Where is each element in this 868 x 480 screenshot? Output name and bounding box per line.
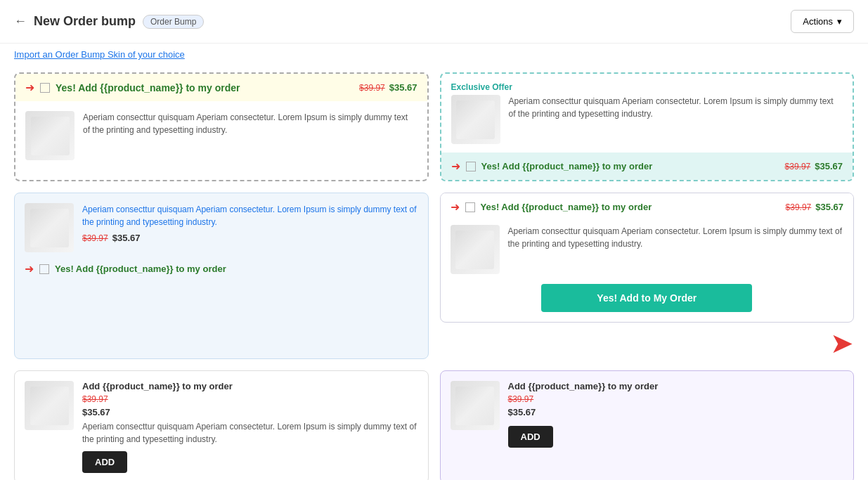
card-plain-left-desc: Aperiam consecttur quisquam Aperiam cons… xyxy=(82,420,418,446)
page-title: New Order bump xyxy=(34,14,136,29)
card-teal-price-new: $35.67 xyxy=(815,161,843,171)
header-left: ← New Order bump Order Bump xyxy=(14,14,204,29)
add-checkbox-2[interactable] xyxy=(466,162,476,171)
cards-grid: ➜ Yes! Add {{product_name}} to my order … xyxy=(0,65,868,480)
card-yellow-price-new: $35.67 xyxy=(389,82,417,93)
card-purple: Add {{product_name}} to my order $39.97 … xyxy=(440,370,855,480)
card-yellow-header-left: ➜ Yes! Add {{product_name}} to my order xyxy=(25,81,240,94)
card-blue-link-text: Aperiam xyxy=(195,205,227,214)
card-teal-desc: Aperiam consecttur quisquam Aperiam cons… xyxy=(509,95,843,144)
card-plain-left-price-new: $35.67 xyxy=(82,407,418,417)
import-link-row: Import an Order Bump Skin of your choice xyxy=(0,44,868,65)
add-button-right[interactable]: ADD xyxy=(508,426,553,448)
card-teal-inner: Exclusive Offer Aperiam consecttur quisq… xyxy=(441,74,853,153)
product-image-6 xyxy=(451,381,500,430)
card-white-price-old: $39.97 xyxy=(786,202,812,212)
card-plain-left-price-old: $39.97 xyxy=(82,394,108,404)
card-plain-left-prices: $39.97 xyxy=(82,394,418,404)
arrow-right-icon-3: ➜ xyxy=(25,262,34,275)
add-to-order-button[interactable]: Yes! Add to My Order xyxy=(541,284,752,312)
card-teal-top: Aperiam consecttur quisquam Aperiam cons… xyxy=(451,95,843,144)
arrow-right-icon-4: ➜ xyxy=(451,200,460,214)
add-checkbox-1[interactable] xyxy=(40,83,50,93)
card-blue-text: Aperiam consecttur quisquam Aperiam cons… xyxy=(82,203,418,252)
card-teal-price-old: $39.97 xyxy=(785,162,811,171)
import-link[interactable]: Import an Order Bump Skin of your choice xyxy=(14,49,185,60)
card-white: ➜ Yes! Add {{product_name}} to my order … xyxy=(440,193,855,323)
card-white-desc: Aperiam consecttur quisquam Aperiam cons… xyxy=(508,225,844,274)
card-blue-desc: Aperiam consecttur quisquam Aperiam cons… xyxy=(82,203,418,228)
card-yellow-desc: Aperiam consecttur quisquam Aperiam cons… xyxy=(83,111,417,160)
card-purple-text: Add {{product_name}} to my order $39.97 … xyxy=(508,381,659,448)
big-arrow-icon: ➤ xyxy=(830,327,854,359)
order-bump-badge: Order Bump xyxy=(143,15,204,29)
arrow-annotation-row: ➤ xyxy=(440,327,855,359)
product-image-1 xyxy=(25,111,75,160)
card-blue: Aperiam consecttur quisquam Aperiam cons… xyxy=(14,193,429,359)
add-button-left[interactable]: ADD xyxy=(82,451,127,473)
card-purple-price-old: $39.97 xyxy=(508,394,534,404)
product-image-5 xyxy=(25,381,74,430)
card-blue-add-text: Yes! Add {{product_name}} to my order xyxy=(55,264,226,274)
product-image-2 xyxy=(451,95,500,144)
card-white-footer: Yes! Add to My Order xyxy=(441,284,854,322)
exclusive-label: Exclusive Offer xyxy=(451,82,843,92)
card-teal-footer-text: Yes! Add {{product_name}} to my order xyxy=(481,161,653,171)
card4-wrapper: ➜ Yes! Add {{product_name}} to my order … xyxy=(440,193,855,359)
card-yellow-body: Aperiam consecttur quisquam Aperiam cons… xyxy=(15,101,427,170)
add-checkbox-4[interactable] xyxy=(465,202,475,212)
card-blue-price-old: $39.97 xyxy=(82,233,108,243)
card-plain-left: Add {{product_name}} to my order $39.97 … xyxy=(14,370,429,480)
card-white-prices: $39.97 $35.67 xyxy=(786,202,843,212)
card-yellow-header-text: Yes! Add {{product_name}} to my order xyxy=(56,82,240,93)
card-yellow-price-old: $39.97 xyxy=(359,83,385,93)
card-purple-body: Add {{product_name}} to my order $39.97 … xyxy=(441,371,854,458)
page-header: ← New Order bump Order Bump Actions ▾ xyxy=(0,0,868,44)
card-purple-price-new: $35.67 xyxy=(508,407,659,417)
product-image-4 xyxy=(451,225,500,274)
card-yellow-prices: $39.97 $35.67 xyxy=(359,82,417,93)
actions-label: Actions xyxy=(803,16,833,27)
card-plain-left-text: Add {{product_name}} to my order $39.97 … xyxy=(82,381,418,473)
card-white-price-new: $35.67 xyxy=(815,202,843,212)
card-teal: Exclusive Offer Aperiam consecttur quisq… xyxy=(440,72,855,181)
card-blue-prices: $39.97 $35.67 xyxy=(82,233,418,243)
card-blue-price-new: $35.67 xyxy=(112,233,141,243)
chevron-down-icon: ▾ xyxy=(837,16,842,27)
card-purple-prices: $39.97 xyxy=(508,394,659,404)
card-white-header: ➜ Yes! Add {{product_name}} to my order … xyxy=(441,193,854,221)
card-yellow: ➜ Yes! Add {{product_name}} to my order … xyxy=(14,72,429,181)
card-teal-prices: $39.97 $35.67 xyxy=(785,161,843,171)
card-plain-left-body: Add {{product_name}} to my order $39.97 … xyxy=(15,371,428,480)
card-blue-body: Aperiam consecttur quisquam Aperiam cons… xyxy=(15,193,428,262)
arrow-right-icon-2: ➜ xyxy=(451,160,460,173)
add-checkbox-3[interactable] xyxy=(39,264,49,274)
card-purple-title: Add {{product_name}} to my order xyxy=(508,381,659,391)
card-teal-footer: ➜ Yes! Add {{product_name}} to my order … xyxy=(441,153,853,180)
card-plain-left-title: Add {{product_name}} to my order xyxy=(82,381,418,391)
back-button[interactable]: ← xyxy=(14,14,27,29)
card-blue-footer: ➜ Yes! Add {{product_name}} to my order xyxy=(15,262,428,285)
actions-button[interactable]: Actions ▾ xyxy=(791,10,854,33)
card-yellow-header: ➜ Yes! Add {{product_name}} to my order … xyxy=(15,74,427,101)
card-white-header-text: Yes! Add {{product_name}} to my order xyxy=(481,202,652,212)
product-image-3 xyxy=(25,203,74,252)
arrow-right-icon: ➜ xyxy=(25,81,34,94)
card-white-body: Aperiam consecttur quisquam Aperiam cons… xyxy=(441,221,854,284)
